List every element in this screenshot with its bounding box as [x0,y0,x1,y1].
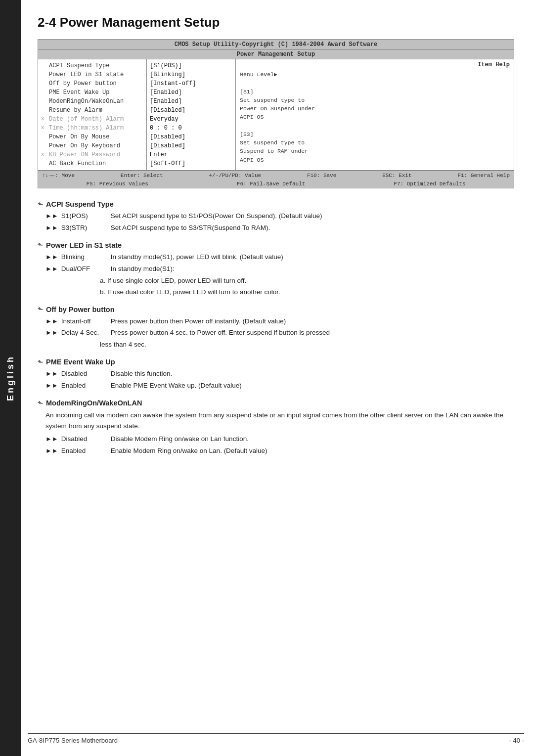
bullet-arrow-icon: ►► [45,434,58,445]
bios-row-label: Time (hh:mm:ss) Alarm [49,124,128,133]
bios-col-values: [S1(POS)][Blinking][Instant-off][Enabled… [147,59,236,170]
bios-help-line: Power On Suspend under [240,104,510,113]
section-acpi-suspend-type: ⬑ACPI Suspend Type►►S1(POS)Set ACPI susp… [38,200,514,233]
bios-row-prefix [41,88,49,97]
bios-value-row: Enter [150,150,232,159]
bios-nav-help: F1: General Help [457,173,510,178]
bios-help-line: ACPI OS [240,156,510,164]
bios-header2: Power Management Setup [38,50,514,59]
section-title-text: Off by Power button [46,306,115,313]
bios-value-row: [Soft-Off] [150,159,232,168]
bullet-label: Enabled [61,381,111,391]
bios-row-prefix [41,159,49,168]
bios-row-label: Power On By Keyboard [49,141,128,150]
bios-value-row: [Disabled] [150,133,232,141]
bullet-label: Disabled [61,369,111,379]
bios-row-value: 0 : 0 : 0 [150,124,182,133]
bios-row-value: [Enabled] [150,97,182,106]
bullet-desc: In standby mode(S1): [111,264,514,274]
bullet-desc: In standby mode(S1), power LED will blin… [111,252,514,263]
bios-row-prefix [41,141,49,150]
bios-row-value: [Disabled] [150,133,185,141]
bullet-arrow-icon: ►► [45,252,58,263]
bios-body: ACPI Suspend Type Power LED in S1 state … [38,59,514,171]
bios-setting-row: xDate (of Month) Alarm [41,115,143,124]
bios-help-line: Suspend to RAM under [240,147,510,155]
bios-setting-row: Power On By Keyboard [41,141,143,150]
bullet-desc: Enable Modem Ring on/wake on Lan. (Defau… [111,446,514,456]
bios-row-prefix: x [41,150,49,159]
bios-help-line: ACPI OS [240,113,510,121]
bios-help-title: Item Help [240,61,510,68]
bios-row-value: [Soft-Off] [150,159,185,168]
bios-row-prefix [41,61,49,70]
bios-row-value: [Instant-off] [150,79,196,88]
bullet-desc: Enable PME Event Wake up. (Default value… [111,381,514,391]
section-arrow-icon: ⬑ [38,201,43,208]
bios-value-row: [Disabled] [150,141,232,150]
bios-nav-value: +/-/PU/PD: Value [209,173,261,178]
bullet-desc: Press power button 4 sec. to Power off. … [111,328,514,338]
bios-nav-save: F10: Save [307,173,336,178]
bios-setting-row: Power On By Mouse [41,133,143,141]
bios-row-prefix: x [41,124,49,133]
bullet-item: ►►Instant-offPress power button then Pow… [38,316,514,327]
section-title-acpi-suspend-type: ⬑ACPI Suspend Type [38,200,514,208]
side-tab-label: English [5,355,16,401]
bios-setting-row: Power LED in S1 state [41,70,143,79]
bios-value-row: [Instant-off] [150,79,232,88]
bios-row-label: Resume by Alarm [49,106,128,115]
section-arrow-icon: ⬑ [38,241,43,249]
bullet-arrow-icon: ►► [45,223,58,233]
section-title-power-led-s1-state: ⬑Power LED in S1 state [38,241,514,249]
bullet-item: ►►DisabledDisable Modem Ring on/wake on … [38,434,514,445]
bios-help-line: Set suspend type to [240,138,510,147]
bios-setting-row: ACPI Suspend Type [41,61,143,70]
bullet-desc: Set ACPI suspend type to S3/STR(Suspend … [111,223,514,233]
footer-left: GA-8IP775 Series Motherboard [28,737,118,744]
bios-row-label: AC Back Function [49,159,128,168]
bullet-label: Enabled [61,446,111,456]
bios-value-row: 0 : 0 : 0 [150,124,232,133]
bios-row-value: Everyday [150,115,178,124]
bios-row-label: KB Power ON Password [49,150,128,159]
bullet-item: ►►DisabledDisable this function. [38,369,514,379]
bios-row-prefix [41,70,49,79]
section-modem-ring-on: ⬑ModemRingOn/WakeOnLANAn incoming call v… [38,399,514,456]
bullet-item: ►►S1(POS)Set ACPI suspend type to S1/POS… [38,211,514,222]
section-prose: An incoming call via modem can awake the… [38,410,514,431]
bullet-arrow-icon: ►► [45,446,58,456]
indent-line: b. If use dual color LED, power LED will… [38,287,514,298]
bios-header1: CMOS Setup Utility-Copyright (C) 1984-20… [38,40,514,50]
bullet-label: S3(STR) [61,223,111,233]
bios-nav-prev: F5: Previous Values [86,181,148,187]
bios-setting-row: PME Event Wake Up [41,88,143,97]
bios-row-value: [Disabled] [150,106,185,115]
bios-nav-exit: ESC: Exit [382,173,411,178]
bios-help-line: [S1] [240,88,510,96]
bios-value-row: [Disabled] [150,106,232,115]
bios-value-row: [Enabled] [150,97,232,106]
bios-row-value: Enter [150,150,168,159]
bullet-item: ►►S3(STR)Set ACPI suspend type to S3/STR… [38,223,514,233]
section-title-modem-ring-on: ⬑ModemRingOn/WakeOnLAN [38,399,514,407]
bios-value-row: [S1(POS)] [150,61,232,70]
bios-nav-move: ↑↓→←: Move [42,173,75,178]
bullet-desc: Disable this function. [111,369,514,379]
bios-help-line [240,79,510,87]
bios-row-value: [S1(POS)] [150,61,182,70]
section-pme-event-wake-up: ⬑PME Event Wake Up►►DisabledDisable this… [38,358,514,391]
bios-row-value: [Blinking] [150,70,185,79]
bios-row-prefix [41,79,49,88]
bios-setting-row: Resume by Alarm [41,106,143,115]
bios-col-help: Item HelpMenu Level▶ [S1]Set suspend typ… [236,59,514,170]
section-title-pme-event-wake-up: ⬑PME Event Wake Up [38,358,514,366]
bullet-arrow-icon: ►► [45,369,58,379]
bios-row-label: Power On By Mouse [49,133,128,141]
bullet-desc: Disable Modem Ring on/wake on Lan functi… [111,434,514,445]
section-off-by-power-button: ⬑Off by Power button►►Instant-offPress p… [38,306,514,351]
footer-right: - 40 - [509,737,524,744]
main-content: 2-4 Power Management Setup CMOS Setup Ut… [28,0,534,484]
bullet-label: Dual/OFF [61,264,111,274]
bios-row-label: ModemRingOn/WakeOnLan [49,97,128,106]
